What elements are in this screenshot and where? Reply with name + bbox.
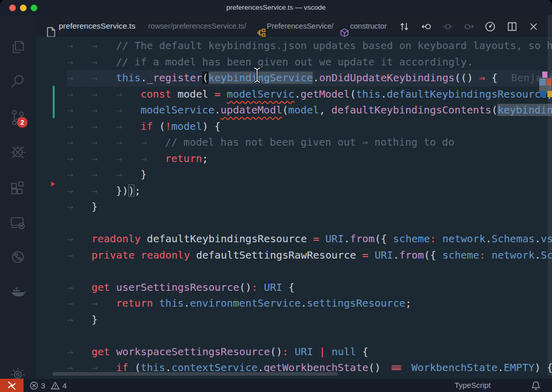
code-line[interactable]: →private readonly defaultSettingsRawReso… xyxy=(67,247,552,264)
decoration-block-pink xyxy=(542,72,547,78)
extensions-icon[interactable] xyxy=(9,179,27,197)
window-title: preferencesService.ts — vscode xyxy=(0,0,552,15)
language-mode[interactable]: TypeScript xyxy=(454,379,491,392)
code-editor[interactable]: →→// The default keybindings.json update… xyxy=(36,37,552,379)
code-line[interactable]: →→→modelService.updateModl(model, defaul… xyxy=(67,102,552,119)
problems-status[interactable]: 3 4 xyxy=(30,379,67,392)
code-line[interactable] xyxy=(67,328,552,344)
next-change-icon[interactable] xyxy=(464,21,475,32)
code-line[interactable]: →→→} xyxy=(67,167,552,183)
error-count: 3 xyxy=(41,381,45,390)
code-line[interactable]: →→→if (!model) { xyxy=(67,119,552,135)
code-line[interactable]: →get workspaceSettingsResource(): URI | … xyxy=(67,344,552,360)
code-area[interactable]: →→// The default keybindings.json update… xyxy=(36,37,552,379)
explorer-icon[interactable] xyxy=(9,38,27,56)
code-line[interactable]: →→return this.environmentService.setting… xyxy=(67,295,552,312)
vscode-window: preferencesService.ts — vscode xyxy=(0,0,552,392)
editor-title-bar: preferencesService.ts rowser/preferences… xyxy=(36,15,552,37)
gitlens-icon[interactable] xyxy=(9,248,27,266)
remote-indicator[interactable] xyxy=(0,379,24,392)
code-line[interactable]: →→→→// model has not been given out ⇒ no… xyxy=(67,134,552,151)
code-line[interactable]: →readonly defaultKeybindingsResource = U… xyxy=(67,231,552,247)
breadcrumb-class[interactable]: PreferencesService/ xyxy=(267,15,334,37)
change-indicator-icon[interactable] xyxy=(442,21,453,32)
titlebar: preferencesService.ts — vscode xyxy=(0,0,552,15)
compare-changes-icon[interactable] xyxy=(399,21,410,32)
code-line[interactable]: →} xyxy=(67,199,552,215)
vertical-scrollbar[interactable] xyxy=(548,15,552,376)
code-line[interactable]: →→this._register(keybindingService.onDid… xyxy=(67,70,552,86)
decoration-block-blue xyxy=(540,91,546,97)
activity-bar: 2 xyxy=(0,15,36,379)
code-line[interactable]: →→// The default keybindings.json update… xyxy=(67,38,552,54)
code-line[interactable] xyxy=(67,215,552,232)
split-editor-icon[interactable] xyxy=(507,21,518,32)
scm-pending-changes-badge: 2 xyxy=(17,117,28,128)
code-line[interactable]: →} xyxy=(67,312,552,328)
warning-count: 4 xyxy=(62,381,66,390)
text-ibeam-cursor xyxy=(252,66,262,84)
code-line[interactable]: →→→const model = modelServic.getModel(th… xyxy=(67,86,552,103)
debug-icon[interactable] xyxy=(9,144,27,161)
breadcrumb-constructor[interactable]: constructor xyxy=(350,15,387,37)
horizontal-scrollbar[interactable] xyxy=(53,372,338,376)
breadcrumb-path[interactable]: rowser/preferencesService.ts/ xyxy=(148,15,246,37)
docker-icon[interactable] xyxy=(9,284,27,301)
modified-lines-gutter-indicator xyxy=(53,86,55,118)
decoration-block-steel xyxy=(539,79,546,85)
code-line[interactable]: →→})); xyxy=(67,183,552,199)
notifications-bell-icon[interactable] xyxy=(531,380,541,390)
error-icon xyxy=(30,381,38,390)
previous-change-icon[interactable] xyxy=(421,21,432,32)
code-line[interactable]: →→// if a model has been given out we up… xyxy=(67,54,552,71)
warning-icon xyxy=(51,381,60,390)
remote-icon xyxy=(6,380,17,391)
search-icon[interactable] xyxy=(9,73,27,90)
status-bar: 3 4 TypeScript xyxy=(0,379,552,392)
file-history-icon[interactable] xyxy=(485,21,496,32)
code-line[interactable] xyxy=(67,263,552,280)
remote-window-icon[interactable] xyxy=(9,214,27,232)
code-line[interactable]: →→→→return; xyxy=(67,151,552,167)
breadcrumb-file-name[interactable]: preferencesService.ts xyxy=(59,15,135,37)
close-editor-icon[interactable] xyxy=(528,21,539,32)
code-line[interactable]: →get userSettingsResource(): URI { xyxy=(67,280,552,296)
gutter-marker-arrow xyxy=(51,181,55,187)
